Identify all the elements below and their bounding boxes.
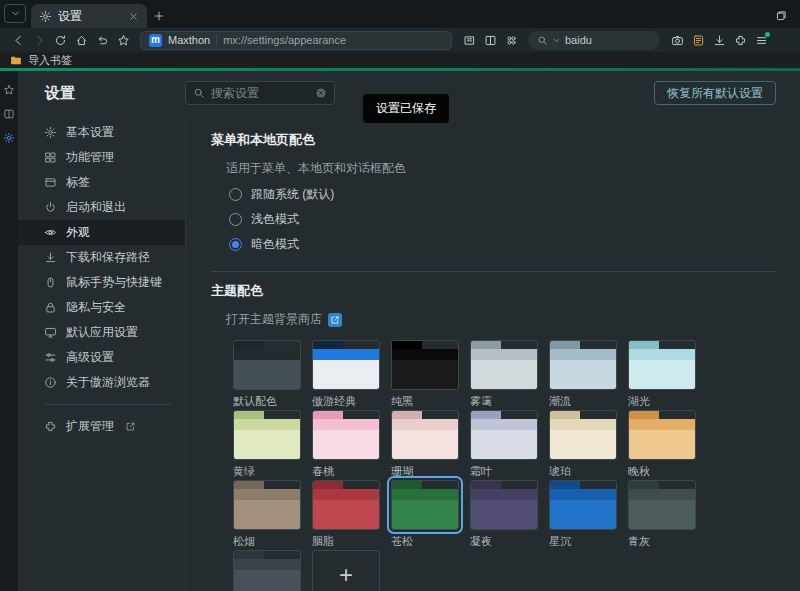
panels-strip-button[interactable] [3,108,15,120]
layers-icon [3,108,15,120]
color-mode-option[interactable]: 暗色模式 [229,232,776,257]
search-engine-caret-icon[interactable] [552,36,561,45]
theme-store-icon[interactable] [328,313,342,327]
screenshot-button[interactable] [667,30,687,50]
settings-menu-item[interactable]: 标签 [18,170,185,195]
download-icon [713,34,726,47]
color-mode-option[interactable]: 浅色模式 [229,207,776,232]
theme-swatch [628,480,696,530]
theme-option[interactable]: 暗夜 [233,550,301,591]
settings-menu-item[interactable]: 外观 [18,220,185,245]
settings-menu-item[interactable]: 下载和保存路径 [18,245,185,270]
radio-unselected-icon[interactable] [229,213,242,226]
favorites-strip-button[interactable] [3,84,15,96]
theme-option[interactable]: 傲游经典 [312,340,380,408]
settings-menu-item[interactable]: 基本设置 [18,120,185,145]
add-theme-button[interactable]: + [312,550,380,591]
theme-option[interactable]: 默认配色 [233,340,301,408]
reader-mode-button[interactable] [459,30,479,50]
theme-swatch [628,340,696,390]
settings-search-box[interactable]: 搜索设置 [185,81,335,105]
menu-item-label: 功能管理 [66,149,114,166]
home-button[interactable] [71,30,91,50]
theme-option[interactable]: 晚秋 [628,410,696,478]
theme-swatch [549,340,617,390]
theme-swatch [312,340,380,390]
theme-option[interactable]: 苍松 [391,480,459,548]
theme-option[interactable]: 霜叶 [470,410,538,478]
theme-option[interactable]: 凝夜 [470,480,538,548]
settings-menu-item[interactable]: 关于傲游浏览器 [18,370,185,395]
theme-option[interactable]: 青灰 [628,480,696,548]
restore-defaults-button[interactable]: 恢复所有默认设置 [654,81,776,105]
camera-icon [671,34,684,47]
theme-option[interactable]: 纯黑 [391,340,459,408]
settings-menu-item[interactable]: 启动和退出 [18,195,185,220]
back-button[interactable] [8,30,28,50]
settings-strip-button[interactable] [3,132,15,144]
new-tab-button[interactable] [147,4,171,28]
settings-menu-item[interactable]: 隐私与安全 [18,295,185,320]
search-icon [193,87,205,99]
tab-close-icon[interactable] [128,11,139,22]
theme-name: 青灰 [628,535,696,548]
window-restore-button[interactable] [775,9,788,22]
theme-swatch [549,410,617,460]
theme-option[interactable]: 琥珀 [549,410,617,478]
saved-toast: 设置已保存 [363,94,449,123]
theme-option[interactable]: 胭脂 [312,480,380,548]
extensions-button[interactable] [730,30,750,50]
menu-item-label: 默认应用设置 [66,324,138,341]
theme-name: 珊瑚 [391,465,459,478]
url-text: mx://settings/appearance [223,34,346,46]
radio-label: 暗色模式 [251,236,299,253]
settings-menu-item-extensions[interactable]: 扩展管理 [18,414,185,439]
section-title-menu-colors: 菜单和本地页配色 [211,131,776,149]
section-title-themes: 主题配色 [211,282,776,300]
settings-menu-item[interactable]: 高级设置 [18,345,185,370]
theme-option[interactable]: 湖光 [628,340,696,408]
maxthon-logo: m [149,34,162,47]
folder-icon [10,54,22,66]
favorite-button[interactable] [113,30,133,50]
address-bar[interactable]: m Maxthon mx://settings/appearance [140,31,452,50]
settings-tab[interactable]: 设置 [31,4,147,28]
theme-option[interactable]: 星沉 [549,480,617,548]
radio-unselected-icon[interactable] [229,188,242,201]
undo-closed-tab-button[interactable] [92,30,112,50]
puzzle-icon [44,420,57,433]
theme-option[interactable]: 春桃 [312,410,380,478]
theme-option[interactable]: 潮流 [549,340,617,408]
main-menu-button[interactable] [751,30,771,50]
menu-item-label: 关于傲游浏览器 [66,374,150,391]
open-theme-store-link[interactable]: 打开主题背景商店 [226,311,322,328]
refresh-icon [54,34,67,47]
clear-search-icon[interactable] [315,87,327,99]
theme-option[interactable]: 松烟 [233,480,301,548]
download-icon [44,251,57,264]
settings-menu-item[interactable]: 默认应用设置 [18,320,185,345]
add-theme-tile[interactable]: + [312,550,380,591]
import-bookmarks-item[interactable]: 导入书签 [10,53,72,68]
theme-option[interactable]: 珊瑚 [391,410,459,478]
split-screen-button[interactable] [480,30,500,50]
settings-menu-item[interactable]: 功能管理 [18,145,185,170]
web-search-box[interactable]: baidu [528,31,660,50]
theme-option[interactable]: 雾霭 [470,340,538,408]
theme-name: 黄绿 [233,465,301,478]
star-icon [117,34,130,47]
page-title: 设置 [45,84,75,103]
forward-button[interactable] [29,30,49,50]
tab-list-button[interactable] [4,4,26,23]
menu-item-label: 扩展管理 [66,418,114,435]
downloads-button[interactable] [709,30,729,50]
reader-icon [463,34,476,47]
theme-name: 胭脂 [312,535,380,548]
snap-button[interactable] [501,30,521,50]
radio-selected-icon[interactable] [229,238,242,251]
notes-button[interactable] [688,30,708,50]
theme-option[interactable]: 黄绿 [233,410,301,478]
color-mode-option[interactable]: 跟随系统 (默认) [229,182,776,207]
settings-menu-item[interactable]: 鼠标手势与快捷键 [18,270,185,295]
refresh-button[interactable] [50,30,70,50]
